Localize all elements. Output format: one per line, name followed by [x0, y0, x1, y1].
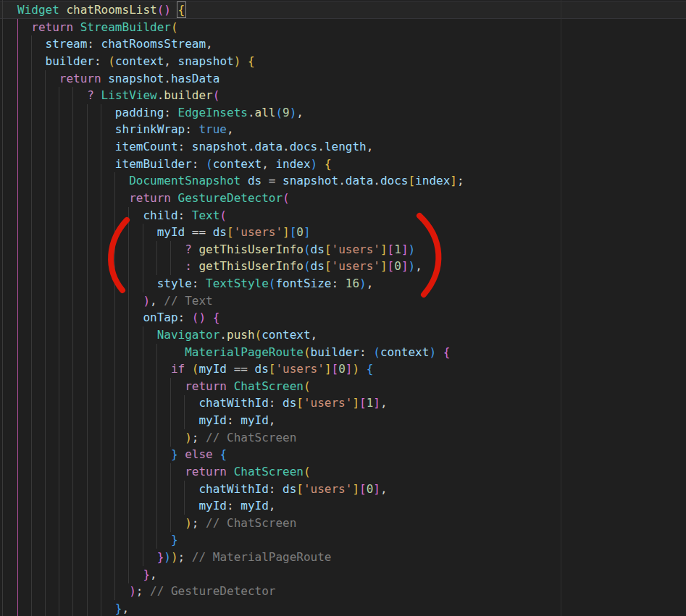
code-line-5: return snapshot.hasData: [17, 70, 464, 88]
code-line-28: return ChatScreen(: [17, 463, 464, 481]
code-line-10: itemBuilder: (context, index) {: [17, 156, 464, 173]
code-line-9: itemCount: snapshot.data.docs.length,: [17, 138, 464, 156]
code-line-4: builder: (context, snapshot) {: [17, 53, 464, 70]
code-line-2: return StreamBuilder(: [17, 19, 464, 36]
code-line-23: return ChatScreen(: [17, 378, 464, 395]
code-line-30: myId: myId,: [17, 497, 464, 515]
code-line-33: })); // MaterialPageRoute: [17, 549, 464, 566]
code-line-25: myId: myId,: [17, 412, 464, 429]
code-line-24: chatWithId: ds['users'][1],: [17, 395, 464, 412]
code-line-17: style: TextStyle(fontSize: 16),: [17, 275, 464, 292]
code-line-1: Widget chatRoomsList() {: [17, 1, 464, 19]
column-ruler: [561, 0, 561, 616]
code-line-15: ? getThisUserInfo(ds['users'][1]): [17, 241, 464, 258]
code-editor[interactable]: Widget chatRoomsList() { return StreamBu…: [0, 0, 686, 616]
code-line-27: } else {: [17, 446, 464, 463]
code-line-6: ? ListView.builder(: [17, 87, 464, 104]
code-line-35: ); // GestureDetector: [17, 583, 464, 600]
code-line-21: MaterialPageRoute(builder: (context) {: [17, 344, 464, 361]
code-line-36: },: [17, 600, 464, 616]
code-line-19: onTap: () {: [17, 309, 464, 326]
bracket-match-box: {: [178, 3, 185, 17]
code-line-29: chatWithId: ds['users'][0],: [17, 481, 464, 498]
code-line-26: ); // ChatScreen: [17, 429, 464, 447]
code-line-20: Navigator.push(context,: [17, 326, 464, 344]
code-line-22: if (myId == ds['users'][0]) {: [17, 360, 464, 378]
code-line-3: stream: chatRoomsStream,: [17, 35, 464, 53]
code-line-16: : getThisUserInfo(ds['users'][0]),: [17, 258, 464, 275]
code-area[interactable]: Widget chatRoomsList() { return StreamBu…: [17, 1, 464, 616]
code-line-18: ), // Text: [17, 292, 464, 310]
code-line-13: child: Text(: [17, 207, 464, 224]
code-line-14: myId == ds['users'][0]: [17, 224, 464, 241]
code-line-11: DocumentSnapshot ds = snapshot.data.docs…: [17, 172, 464, 190]
code-line-12: return GestureDetector(: [17, 190, 464, 207]
indent-guide: [2, 0, 3, 616]
code-line-31: ); // ChatScreen: [17, 515, 464, 532]
code-line-34: },: [17, 566, 464, 583]
code-line-7: padding: EdgeInsets.all(9),: [17, 104, 464, 122]
code-line-8: shrinkWrap: true,: [17, 121, 464, 138]
code-line-32: }: [17, 531, 464, 549]
